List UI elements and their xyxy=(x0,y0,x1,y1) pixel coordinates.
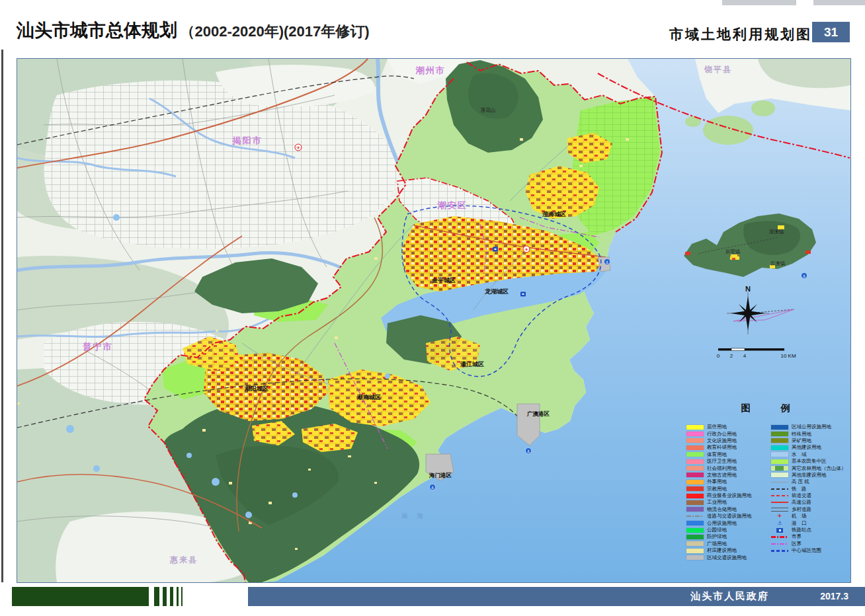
top-strip-2 xyxy=(813,0,865,5)
legend-item: 其它农林用地（含山体） xyxy=(771,465,848,471)
legend-item: 教育科研用地 xyxy=(686,444,771,451)
legend-swatch xyxy=(771,480,788,484)
legend-item: 工业用地 xyxy=(686,499,771,506)
map-label: 澄海城区 xyxy=(542,211,566,217)
legend-item: 外事用地 xyxy=(686,479,771,485)
legend-item-label: 铁路站点 xyxy=(792,527,811,533)
legend-item-label: 体育用地 xyxy=(707,451,727,458)
legend-item: 区域交通设施用地 xyxy=(686,554,771,560)
map-label: 深澳镇 xyxy=(769,229,784,235)
legend-column-right: 区域公用设施用地特殊用地采矿用地其他建设用地水 域基本农田集中区其它农林用地（含… xyxy=(771,424,848,561)
legend-item-label: 外事用地 xyxy=(707,479,727,485)
legend-swatch xyxy=(686,473,704,477)
legend-item: 中心城区范围 xyxy=(771,547,848,554)
map-label: 龙湖城区 xyxy=(484,288,509,295)
legend-item-label: 特殊用地 xyxy=(792,431,811,438)
airport-icon: ✈ xyxy=(523,246,530,252)
map-canvas[interactable]: 潮州市饶平县揭阳市潮安区普宁市惠来县澄海城区龙湖城区金平城区濠江城区潮阳城区潮南… xyxy=(17,58,851,583)
legend-item: 轨道交通 xyxy=(771,492,848,499)
plan-title-suffix: （2002-2020年)(2017年修订) xyxy=(180,23,369,40)
legend-swatch xyxy=(686,514,704,519)
footer-green-block xyxy=(12,587,149,606)
map-label: 10 KM xyxy=(780,353,796,359)
legend-swatch xyxy=(686,480,704,484)
legend-item: 宗教用地 xyxy=(686,486,771,492)
legend-item-label: 其他非建设用地 xyxy=(792,472,827,479)
legend-item-label: 商业服务业设施用地 xyxy=(707,492,752,499)
legend-swatch xyxy=(771,494,788,498)
legend-item-label: 其他建设用地 xyxy=(792,444,821,451)
legend-swatch xyxy=(771,432,788,436)
footer-stripe xyxy=(170,587,173,606)
legend-swatch xyxy=(771,459,788,464)
footer-stripe xyxy=(177,587,179,606)
map-label: 云澳镇 xyxy=(770,260,786,266)
legend-item: ⚓港 口 xyxy=(771,520,848,526)
map-label: 潮安区 xyxy=(437,200,468,210)
legend-item-label: 广场用地 xyxy=(707,541,727,547)
footer-stripe xyxy=(181,587,183,606)
legend-swatch xyxy=(771,486,788,491)
legend-item-label: 乡村道路 xyxy=(792,506,811,513)
legend-swatch xyxy=(771,535,788,539)
page-number-badge: 31 xyxy=(812,22,850,42)
map-label: 濠江城区 xyxy=(460,361,484,367)
legend-item: 基本农田集中区 xyxy=(771,458,848,465)
legend-item: 行政办公用地 xyxy=(686,430,771,437)
legend-item-label: 其它农林用地（含山体） xyxy=(792,465,846,472)
legend-item: 其他建设用地 xyxy=(771,444,848,451)
svg-text:✈: ✈ xyxy=(524,247,528,252)
legend-swatch xyxy=(686,459,704,464)
anchor-icon: ⚓ xyxy=(604,259,610,265)
top-strip-1 xyxy=(722,0,796,5)
legend-swatch xyxy=(686,466,704,471)
map-label: 惠来县 xyxy=(169,555,198,564)
legend-item-label: 轨道交通 xyxy=(792,492,811,499)
legend-item-label: 公园绿地 xyxy=(707,527,727,533)
scale-bar xyxy=(718,348,784,351)
legend-item-label: 宗教用地 xyxy=(707,486,727,492)
legend-item-label: 区界 xyxy=(792,541,802,547)
legend-swatch xyxy=(686,452,704,457)
legend-item: 其他非建设用地 xyxy=(771,472,848,479)
svg-text:⚓: ⚓ xyxy=(431,486,434,490)
legend-swatch xyxy=(771,438,788,443)
legend-item-label: 社会福利用地 xyxy=(707,465,737,472)
legend-swatch xyxy=(771,528,788,533)
map-label: 莲花山 xyxy=(481,107,496,113)
legend-item: 社会福利用地 xyxy=(686,465,771,471)
svg-text:✈: ✈ xyxy=(296,145,300,150)
legend-item: 道路与交通设施用地 xyxy=(686,513,771,520)
legend-swatch xyxy=(771,425,788,430)
legend-item-label: 中心城区范围 xyxy=(792,547,821,554)
legend-item-label: 防护绿地 xyxy=(707,533,727,540)
map-label: 南 海 xyxy=(401,512,427,520)
legend-swatch xyxy=(686,555,704,560)
legend-item: 医疗卫生用地 xyxy=(686,458,771,465)
legend-swatch xyxy=(686,445,704,450)
legend-swatch: ✈ xyxy=(771,514,788,519)
legend-swatch xyxy=(686,432,704,436)
legend-swatch xyxy=(686,438,704,443)
map-label: 2 xyxy=(730,353,733,359)
legend-swatch xyxy=(686,549,704,553)
legend-item: 铁 路 xyxy=(771,486,848,492)
map-label: 普宁市 xyxy=(83,342,113,352)
legend-item: 防护绿地 xyxy=(686,533,771,540)
legend-item-label: 港 口 xyxy=(792,520,807,527)
anchor-icon: ⚓ xyxy=(526,448,532,454)
map-label: 揭阳市 xyxy=(232,135,263,145)
legend-item-label: 村庄建设用地 xyxy=(707,547,737,554)
legend-item-label: 文物古迹用地 xyxy=(707,472,737,479)
legend-swatch xyxy=(686,500,704,505)
map-label: N xyxy=(745,285,751,293)
legend-item: 公园绿地 xyxy=(686,527,771,533)
legend-swatch xyxy=(771,549,788,553)
map-label: 饶平县 xyxy=(704,65,732,74)
legend-item: 广场用地 xyxy=(686,541,771,547)
legend-item-label: 市界 xyxy=(792,533,802,540)
legend-swatch xyxy=(686,528,704,533)
legend-item-label: 采矿用地 xyxy=(792,438,811,444)
map-sheet-title: 市域土地利用规划图 xyxy=(669,25,812,44)
left-edge-bar xyxy=(1,50,3,582)
